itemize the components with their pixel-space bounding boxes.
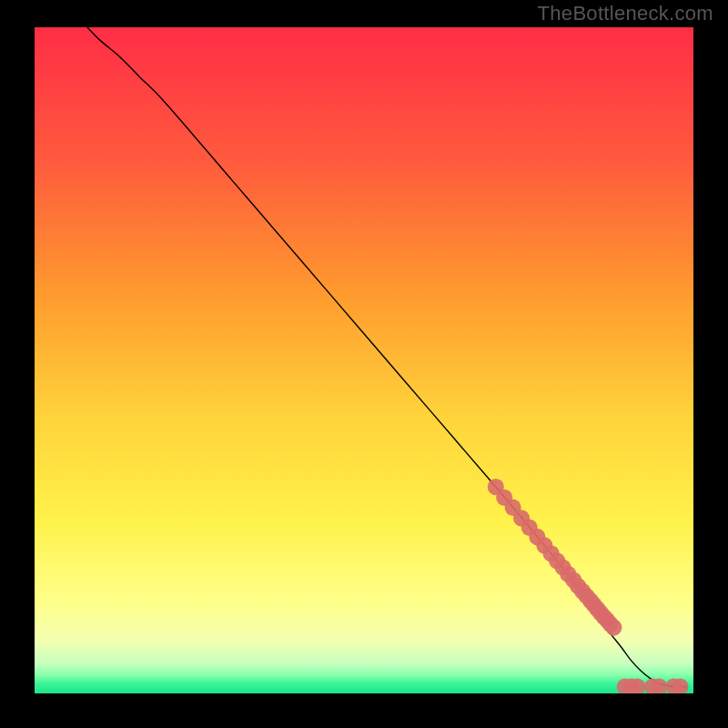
watermark-text: TheBottleneck.com: [538, 2, 713, 25]
chart-svg: [35, 27, 693, 693]
data-point: [605, 619, 622, 635]
chart-frame: TheBottleneck.com: [0, 0, 728, 728]
gradient-background: [35, 27, 693, 693]
plot-area: [35, 27, 693, 693]
